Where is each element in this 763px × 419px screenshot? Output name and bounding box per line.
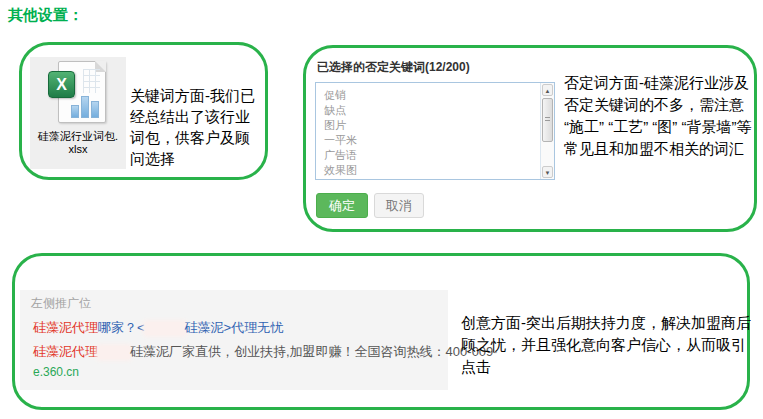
negative-keyword-item[interactable]: 图片 [324, 118, 540, 133]
excel-x-logo-icon: X [48, 71, 75, 98]
negative-keywords-box: 已选择的否定关键词(12/200) 促销 缺点 图片 一平米 广告语 效果图 ▲… [303, 45, 757, 232]
confirm-button[interactable]: 确定 [316, 193, 368, 218]
ad2-highlight: 硅藻泥代理 [33, 344, 98, 359]
page-title: 其他设置： [8, 6, 83, 25]
file-name-line1: 硅藻泥行业词包. [30, 130, 126, 143]
ad1-tail: 硅藻泥>代理无忧 [185, 320, 284, 335]
scroll-down-icon[interactable]: ▼ [542, 166, 553, 178]
negative-keywords-description: 否定词方面-硅藻泥行业涉及否定关键词的不多，需注意“施工” “工艺” “图” “… [564, 72, 756, 160]
creative-description: 创意方面-突出后期扶持力度，解决加盟商后顾之忧，并且强化意向客户信心，从而吸引点… [461, 312, 759, 378]
creative-box: 左侧推广位 硅藻泥代理哪家？<硅藻泥>代理无忧 硅藻泥代理硅藻泥厂家直供，创业扶… [12, 253, 750, 410]
negative-keywords-list: 促销 缺点 图片 一平米 广告语 效果图 [316, 83, 540, 178]
serp-position-label: 左侧推广位 [31, 295, 91, 312]
thumb-grip-icon [545, 117, 550, 123]
negative-keyword-item[interactable]: 促销 [324, 88, 540, 103]
negative-keyword-item[interactable]: 效果图 [324, 163, 540, 178]
listbox-scrollbar[interactable]: ▲ ▼ [540, 83, 554, 179]
keyword-description: 关键词方面-我们已经总结出了该行业词包，供客户及顾问选择 [130, 85, 262, 169]
negative-keywords-label-text: 已选择的否定关键词 [317, 60, 425, 74]
negative-keyword-item[interactable]: 一平米 [324, 133, 540, 148]
ad1-highlight: 硅藻泥代理 [33, 320, 98, 335]
excel-xlsx-icon: X [48, 61, 108, 125]
redacted-text [98, 346, 130, 359]
scrollbar-thumb[interactable] [542, 98, 553, 142]
keyword-pack-box: X 硅藻泥行业词包. xlsx 关键词方面-我们已经总结出了该行业词包，供客户及… [19, 42, 268, 180]
scroll-up-icon[interactable]: ▲ [542, 84, 553, 96]
excel-file-tile[interactable]: X 硅藻泥行业词包. xlsx [30, 57, 126, 169]
bar-chart-icon [71, 96, 99, 118]
redacted-text [145, 322, 185, 335]
negative-keywords-listbox[interactable]: 促销 缺点 图片 一平米 广告语 效果图 ▲ ▼ [315, 82, 555, 180]
ad-display-url[interactable]: e.360.cn [33, 365, 79, 379]
ad2-text: 硅藻泥厂家直供，创业扶持,加盟即赚！全国咨询热线：400-009- [130, 344, 498, 359]
file-name: 硅藻泥行业词包. xlsx [30, 130, 126, 156]
ad1-mid: 哪家？< [98, 320, 145, 335]
file-name-line2: xlsx [30, 143, 126, 156]
cancel-button[interactable]: 取消 [374, 193, 424, 218]
spreadsheet-grid-icon [83, 69, 100, 93]
negative-keywords-count: (12/200) [425, 60, 470, 74]
negative-keyword-item[interactable]: 缺点 [324, 103, 540, 118]
negative-keyword-item[interactable]: 广告语 [324, 148, 540, 163]
ad-description-line[interactable]: 硅藻泥代理硅藻泥厂家直供，创业扶持,加盟即赚！全国咨询热线：400-009- [33, 343, 532, 361]
ad-title-line-1[interactable]: 硅藻泥代理哪家？<硅藻泥>代理无忧 [33, 319, 283, 337]
serp-screenshot-panel: 左侧推广位 硅藻泥代理哪家？<硅藻泥>代理无忧 硅藻泥代理硅藻泥厂家直供，创业扶… [20, 290, 448, 390]
negative-keywords-label: 已选择的否定关键词(12/200) [317, 59, 470, 76]
